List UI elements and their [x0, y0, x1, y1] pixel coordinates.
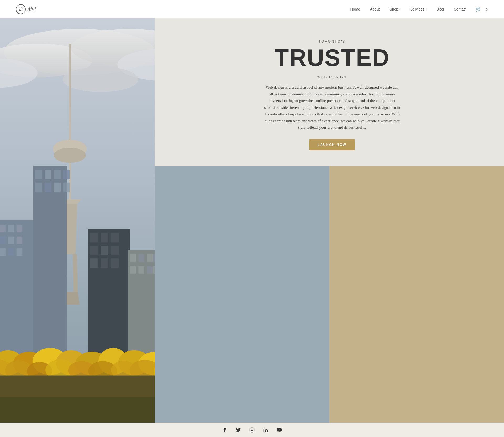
svg-rect-51	[101, 233, 108, 242]
svg-rect-67	[153, 266, 155, 274]
svg-rect-57	[101, 258, 108, 268]
nav-blog[interactable]: Blog	[433, 5, 448, 13]
svg-rect-66	[147, 266, 153, 274]
launch-now-button[interactable]: LAUNCH NOW	[309, 139, 355, 150]
svg-rect-52	[111, 233, 119, 242]
split-gray-panel	[155, 166, 329, 423]
svg-rect-37	[8, 248, 14, 256]
svg-rect-43	[54, 170, 61, 179]
services-chevron-icon: ▾	[425, 8, 427, 11]
main-section: TORONTO'S TRUSTED WEB DESIGN Web design …	[0, 18, 504, 423]
nav-home[interactable]: Home	[346, 5, 364, 13]
twitter-icon[interactable]	[235, 427, 241, 433]
logo-name: divi	[27, 6, 36, 13]
svg-rect-34	[17, 237, 22, 244]
web-design-label: WEB DESIGN	[176, 75, 488, 79]
youtube-icon[interactable]	[276, 427, 282, 433]
svg-rect-60	[130, 254, 136, 262]
svg-point-9	[54, 148, 86, 163]
svg-rect-30	[17, 225, 22, 232]
svg-rect-29	[8, 225, 14, 232]
svg-point-6	[63, 67, 138, 92]
nav-shop[interactable]: Shop ▾	[386, 5, 404, 13]
svg-rect-45	[35, 183, 42, 192]
svg-rect-41	[35, 170, 42, 179]
svg-rect-47	[54, 183, 61, 192]
svg-rect-50	[90, 233, 98, 242]
svg-rect-61	[138, 254, 144, 262]
shop-chevron-icon: ▾	[399, 8, 400, 11]
facebook-icon[interactable]	[222, 427, 228, 433]
split-tan-panel	[329, 166, 504, 423]
svg-rect-32	[0, 237, 6, 244]
svg-rect-28	[0, 225, 6, 232]
content-area: TORONTO'S TRUSTED WEB DESIGN Web design …	[155, 18, 504, 423]
nav-icons: 🛒 ⌕	[475, 6, 488, 12]
svg-marker-13	[73, 254, 78, 292]
trusted-title: TRUSTED	[176, 46, 488, 70]
logo-circle: D	[16, 4, 26, 14]
svg-rect-46	[45, 183, 51, 192]
bottom-split	[155, 166, 504, 423]
svg-rect-65	[138, 266, 144, 274]
svg-rect-58	[111, 258, 119, 268]
svg-rect-33	[8, 237, 14, 244]
cart-icon[interactable]: 🛒	[475, 6, 481, 12]
svg-point-102	[264, 428, 264, 429]
nav-about[interactable]: About	[366, 5, 384, 13]
city-image	[0, 18, 155, 423]
hero-content: TORONTO'S TRUSTED WEB DESIGN Web design …	[155, 18, 504, 166]
svg-rect-38	[17, 248, 22, 256]
logo-letter: D	[19, 6, 23, 12]
main-nav: Home About Shop ▾ Services ▾ Blog Contac…	[346, 5, 488, 13]
svg-rect-101	[264, 429, 264, 432]
svg-rect-62	[147, 254, 153, 262]
instagram-icon[interactable]	[249, 427, 255, 433]
site-footer	[0, 423, 504, 437]
svg-rect-48	[63, 183, 70, 192]
svg-rect-53	[90, 246, 98, 255]
nav-contact[interactable]: Contact	[450, 5, 470, 13]
svg-rect-56	[90, 258, 98, 268]
svg-rect-44	[63, 170, 70, 179]
svg-rect-42	[45, 170, 51, 179]
hero-description: Web design is a crucial aspect of any mo…	[264, 84, 400, 131]
toronto-label: TORONTO'S	[176, 39, 488, 43]
site-header: D divi Home About Shop ▾ Services ▾ Blog…	[0, 0, 504, 18]
svg-rect-63	[153, 254, 155, 262]
svg-rect-54	[101, 246, 108, 255]
svg-rect-64	[130, 266, 136, 274]
svg-rect-99	[250, 428, 254, 432]
linkedin-icon[interactable]	[263, 427, 269, 433]
svg-rect-36	[0, 248, 6, 256]
nav-services[interactable]: Services ▾	[407, 5, 430, 13]
search-icon[interactable]: ⌕	[485, 6, 488, 12]
svg-rect-55	[111, 246, 119, 255]
svg-rect-98	[0, 397, 155, 423]
site-logo[interactable]: D divi	[16, 4, 36, 14]
